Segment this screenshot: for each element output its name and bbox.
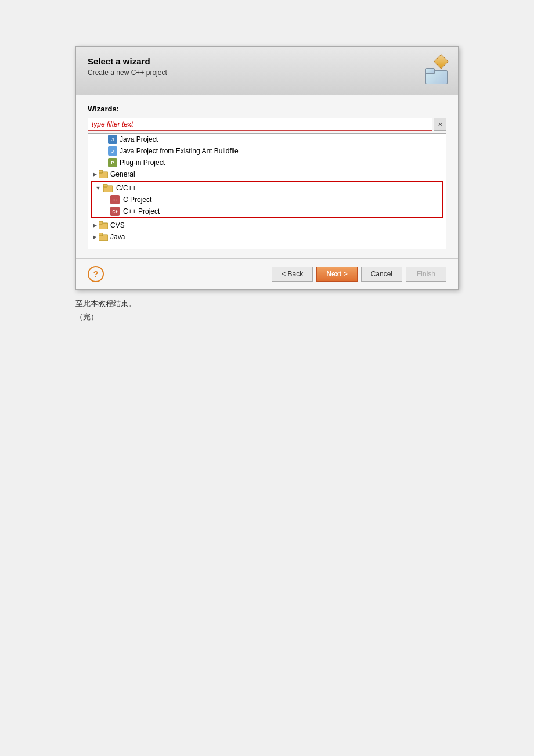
plugin-label: Plug-in Project <box>120 159 165 167</box>
wizard-image <box>416 56 446 87</box>
java-project-icon: J <box>108 135 117 144</box>
next-button[interactable]: Next > <box>316 267 357 282</box>
dialog-subtitle: Create a new C++ project <box>88 69 167 77</box>
svg-rect-3 <box>103 184 107 187</box>
filter-input[interactable] <box>88 118 432 131</box>
cvs-folder-icon <box>99 221 108 230</box>
java-ant-icon: J <box>108 146 117 156</box>
cpp-project-label: C++ Project <box>123 207 160 215</box>
wizard-dialog: Select a wizard Create a new C++ project… <box>75 46 459 290</box>
cpp-folder-icon <box>103 183 113 193</box>
folder-image-icon <box>425 68 446 84</box>
java-folder-expand-icon: ▶ <box>92 234 98 240</box>
svg-rect-5 <box>99 221 103 224</box>
back-button[interactable]: < Back <box>272 267 313 282</box>
tree-item-java-folder[interactable]: ▶ Java <box>88 231 446 243</box>
diamond-icon <box>434 54 448 69</box>
dialog-footer: ? < Back Next > Cancel Finish <box>76 258 458 289</box>
finish-button[interactable]: Finish <box>406 267 446 282</box>
help-button[interactable]: ? <box>88 266 104 282</box>
java-folder-icon <box>99 232 108 242</box>
cvs-label: CVS <box>110 221 125 229</box>
dialog-body: Wizards: ✕ J Java Project J Java <box>76 95 458 258</box>
wizards-label: Wizards: <box>88 105 446 113</box>
filter-row: ✕ <box>88 118 446 131</box>
c-project-icon: C <box>110 195 120 204</box>
footer-text-line2: （完） <box>75 310 459 323</box>
java-folder-label: Java <box>110 233 125 241</box>
svg-rect-7 <box>99 233 103 236</box>
cpp-section-label: C/C++ <box>116 184 136 192</box>
tree-item-java-project[interactable]: J Java Project <box>88 134 446 145</box>
cpp-project-icon: C+ <box>110 207 120 216</box>
dialog-header-text: Select a wizard Create a new C++ project <box>88 56 167 77</box>
cancel-button[interactable]: Cancel <box>361 267 402 282</box>
after-dialog-text: 至此本教程结束。 （完） <box>75 297 459 324</box>
dialog-header: Select a wizard Create a new C++ project <box>76 47 458 95</box>
tree-item-cpp-project[interactable]: C+ C++ Project <box>92 206 442 217</box>
filter-clear-button[interactable]: ✕ <box>434 118 446 131</box>
tree-item-cvs[interactable]: ▶ CVS <box>88 219 446 231</box>
c-project-label: C Project <box>123 196 151 204</box>
cpp-section-header[interactable]: ▼ C/C++ <box>92 182 442 194</box>
general-label: General <box>110 170 135 178</box>
tree-item-c-project[interactable]: C C Project <box>92 194 442 206</box>
java-project-label: Java Project <box>120 135 158 143</box>
tree-item-java-ant-project[interactable]: J Java Project from Existing Ant Buildfi… <box>88 145 446 157</box>
cvs-expand-icon: ▶ <box>92 222 98 228</box>
general-expand-icon: ▶ <box>92 171 98 177</box>
java-ant-label: Java Project from Existing Ant Buildfile <box>120 147 239 155</box>
footer-buttons: < Back Next > Cancel Finish <box>272 267 446 282</box>
footer-text-line1: 至此本教程结束。 <box>75 297 459 310</box>
plugin-icon: P <box>108 158 117 167</box>
svg-rect-1 <box>99 170 103 173</box>
wizard-tree[interactable]: J Java Project J Java Project from Exist… <box>88 133 446 249</box>
general-folder-icon <box>99 170 108 179</box>
dialog-title: Select a wizard <box>88 56 167 66</box>
tree-item-plugin-project[interactable]: P Plug-in Project <box>88 157 446 168</box>
cpp-section: ▼ C/C++ C C Project <box>91 181 443 218</box>
cpp-expand-icon: ▼ <box>95 185 101 191</box>
tree-item-general[interactable]: ▶ General <box>88 168 446 180</box>
